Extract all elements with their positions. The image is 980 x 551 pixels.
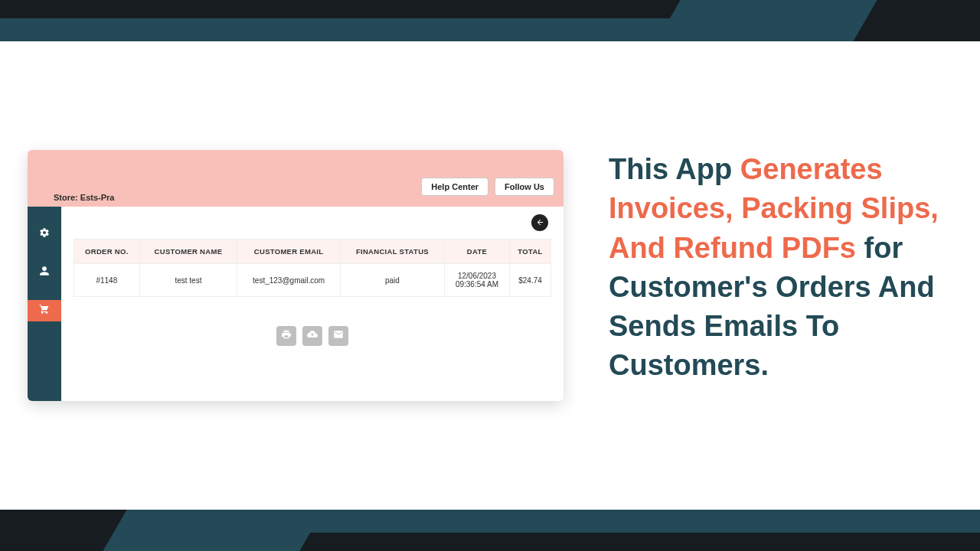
cell-financial-status: paid [340,264,444,297]
user-icon [39,266,50,279]
orders-table: ORDER NO. CUSTOMER NAME CUSTOMER EMAIL F… [74,239,551,297]
cell-date-line2: 09:36:54 AM [456,280,498,289]
cart-icon [39,304,50,318]
cell-customer-email: test_123@gmail.com [237,264,341,297]
arrow-left-icon [536,216,544,230]
printer-icon [281,329,292,343]
download-button[interactable] [302,326,322,346]
print-button[interactable] [276,326,296,346]
sidebar-item-settings[interactable] [28,223,61,245]
store-label: Store: Ests-Pra [54,193,114,202]
table-row[interactable]: #1148 test test test_123@gmail.com paid … [74,264,551,297]
cell-date: 12/06/2023 09:36:54 AM [444,264,509,297]
col-order-no: ORDER NO. [74,240,140,264]
mail-icon [333,329,344,343]
follow-us-button[interactable]: Follow Us [495,178,554,196]
action-row [74,326,551,346]
sidebar [28,207,61,401]
store-name: Ests-Pra [80,193,115,202]
cloud-download-icon [307,329,318,343]
col-customer-email: CUSTOMER EMAIL [237,240,341,264]
col-date: DATE [444,240,509,264]
app-body: ORDER NO. CUSTOMER NAME CUSTOMER EMAIL F… [28,207,564,401]
col-financial-status: FINANCIAL STATUS [340,240,444,264]
sidebar-item-customers[interactable] [28,262,61,283]
col-customer-name: CUSTOMER NAME [139,240,237,264]
col-total: TOTAL [510,240,551,264]
store-prefix: Store: [54,193,80,202]
promo-part1: This App [609,153,740,185]
content-area: ORDER NO. CUSTOMER NAME CUSTOMER EMAIL F… [61,207,564,401]
back-button[interactable] [531,214,548,231]
help-center-button[interactable]: Help Center [421,178,488,196]
cell-order-no: #1148 [74,264,140,297]
top-banner-teal [0,18,980,41]
gear-icon [39,227,50,241]
app-screenshot: Store: Ests-Pra Help Center Follow Us [28,150,564,401]
cell-date-line1: 12/06/2023 [458,272,496,280]
table-header-row: ORDER NO. CUSTOMER NAME CUSTOMER EMAIL F… [74,240,551,264]
app-header: Store: Ests-Pra Help Center Follow Us [28,150,564,207]
bottom-banner-teal [0,510,980,533]
promo-text: This App Generates Invoices, Packing Sli… [609,150,946,386]
email-button[interactable] [328,326,348,346]
sidebar-item-orders[interactable] [28,300,61,321]
cell-total: $24.74 [510,264,551,297]
header-buttons: Help Center Follow Us [421,178,554,196]
cell-customer-name: test test [139,264,237,297]
